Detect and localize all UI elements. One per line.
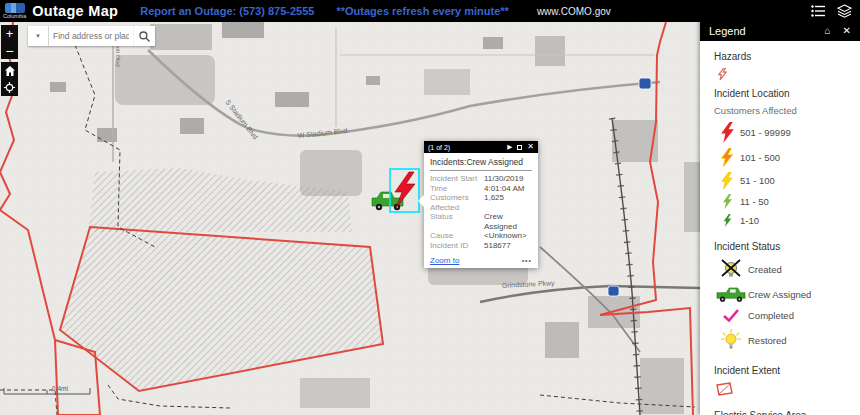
legend-header: Legend ⌂ ✕	[700, 20, 860, 41]
legend-section-incident-location: Incident Location	[714, 88, 860, 99]
popup-row: Cause <Unknown>	[430, 231, 532, 241]
lightning-bolt-icon	[714, 194, 740, 209]
incident-popup: (1 of 2) ▶ ✕ Incidents:Crew Assigned Inc…	[424, 141, 538, 268]
lightning-bolt-icon	[714, 172, 740, 189]
row-label: Incident Start Time	[430, 174, 484, 193]
home-button[interactable]	[1, 62, 18, 79]
website-text: www.COMO.gov	[537, 6, 611, 17]
zoom-out-button[interactable]: −	[1, 42, 18, 59]
popup-title: Incidents:Crew Assigned	[430, 157, 532, 171]
search-icon	[139, 31, 150, 42]
popup-pointer	[418, 195, 424, 207]
popup-row: Incident ID 518677	[430, 241, 532, 251]
status-label: Completed	[748, 310, 794, 321]
home-icon	[5, 66, 15, 76]
route-shield-icon	[608, 286, 619, 296]
popup-pager: (1 of 2)	[428, 144, 450, 151]
lightning-bolt-icon	[714, 148, 740, 167]
refresh-note-text: **Outages refresh every minute**	[336, 5, 508, 17]
next-feature-icon[interactable]: ▶	[507, 144, 512, 151]
route-shield-icon	[639, 78, 651, 89]
legend-status-row: Completed	[714, 309, 860, 322]
range-label: 1-10	[740, 215, 759, 226]
popup-header: (1 of 2) ▶ ✕	[424, 141, 538, 153]
popup-row: Customers Affected 1,625	[430, 193, 532, 212]
row-value: 11/30/2019 4:01:04 AM	[484, 174, 532, 193]
locate-icon	[4, 82, 15, 93]
restored-bulb-icon	[714, 329, 748, 351]
row-value: <Unknown>	[484, 231, 527, 241]
legend-section-incident-status: Incident Status	[714, 241, 860, 252]
popup-row: Incident Start Time 11/30/2019 4:01:04 A…	[430, 174, 532, 193]
created-icon	[714, 258, 748, 280]
legend-section-hazards: Hazards	[714, 51, 860, 62]
range-label: 11 - 50	[740, 196, 769, 207]
city-logo-icon	[5, 3, 25, 13]
range-label: 101 - 500	[740, 152, 780, 163]
report-outage-text: Report an Outage: (573) 875-2555	[140, 5, 314, 17]
legend-title: Legend	[709, 25, 746, 37]
city-logo: Columbia	[3, 3, 26, 19]
lightning-bolt-icon	[714, 214, 740, 227]
layers-icon[interactable]	[836, 3, 852, 19]
legend-range-row: 11 - 50	[714, 194, 860, 209]
popup-row: Status Crew Assigned	[430, 212, 532, 231]
row-label: Status	[430, 212, 484, 231]
status-label: Crew Assigned	[748, 289, 811, 300]
legend-section-incident-extent: Incident Extent	[714, 365, 860, 376]
row-value: 518677	[484, 241, 511, 251]
top-header-bar: Columbia Outage Map Report an Outage: (5…	[0, 0, 860, 22]
dock-icon[interactable]: ⌂	[825, 26, 831, 36]
legend-status-row: Created	[714, 258, 860, 280]
search-source-dropdown[interactable]: ▼	[28, 26, 49, 46]
legend-range-row: 1-10	[714, 214, 860, 227]
search-input[interactable]	[49, 26, 133, 46]
legend-status-row: Restored	[714, 329, 860, 351]
legend-toggle-icon[interactable]	[810, 3, 826, 19]
search-widget: ▼	[28, 26, 155, 46]
range-label: 51 - 100	[740, 175, 775, 186]
legend-panel: Legend ⌂ ✕ Hazards Incident Location Cus…	[700, 20, 860, 415]
legend-range-row: 501 - 99999	[714, 122, 860, 143]
row-label: Customers Affected	[430, 193, 484, 212]
zoom-to-link[interactable]: Zoom to	[430, 256, 459, 265]
completed-check-icon	[714, 309, 748, 322]
lightning-bolt-icon	[714, 122, 740, 143]
legend-range-row: 51 - 100	[714, 172, 860, 189]
row-label: Cause	[430, 231, 484, 241]
row-label: Incident ID	[430, 241, 484, 251]
popup-menu-dots[interactable]: •••	[522, 257, 532, 264]
chevron-down-icon: ▼	[35, 33, 41, 39]
row-value: Crew Assigned	[484, 212, 532, 231]
close-icon[interactable]: ✕	[527, 143, 534, 151]
maximize-icon[interactable]	[517, 145, 522, 150]
range-label: 501 - 99999	[740, 127, 791, 138]
close-icon[interactable]: ✕	[843, 26, 851, 36]
status-label: Restored	[748, 335, 787, 346]
incident-extent-icon	[714, 382, 734, 396]
city-logo-label: Columbia	[3, 13, 26, 19]
locate-button[interactable]	[1, 79, 18, 96]
legend-range-row: 101 - 500	[714, 148, 860, 167]
hazard-icon	[714, 68, 730, 80]
status-label: Created	[748, 264, 782, 275]
page-title: Outage Map	[32, 3, 118, 19]
outage-map-app: Columbia Outage Map Report an Outage: (5…	[0, 0, 860, 415]
crew-truck-icon	[714, 287, 748, 302]
legend-status-row: Crew Assigned	[714, 287, 860, 302]
scale-label: 0.4mi	[52, 385, 68, 392]
search-button[interactable]	[133, 26, 155, 46]
zoom-in-button[interactable]: +	[1, 25, 18, 42]
legend-subheading-customers-affected: Customers Affected	[714, 105, 860, 116]
row-value: 1,625	[484, 193, 504, 212]
legend-section-service-area: Electric Service Area	[714, 410, 860, 415]
